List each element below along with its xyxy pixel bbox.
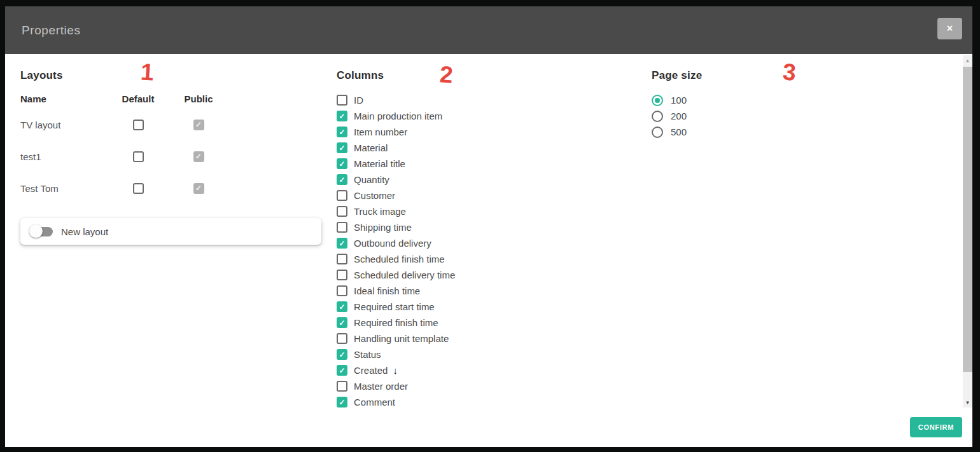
properties-dialog: Properties × 1 2 3 Layouts Name Default …	[5, 6, 972, 447]
column-checkbox-item[interactable]: Master order	[337, 378, 460, 394]
column-checkbox[interactable]	[337, 333, 347, 344]
column-checkbox[interactable]	[337, 349, 347, 360]
column-checkbox-item[interactable]: Item number	[337, 124, 460, 140]
column-checkbox-item[interactable]: Handling unit template	[337, 331, 460, 346]
column-checkbox[interactable]	[337, 285, 347, 296]
column-checkbox-label: Created	[354, 365, 388, 376]
column-checkbox-item[interactable]: Shipping time	[337, 219, 460, 235]
page-size-options: 100 200 500	[652, 92, 687, 140]
column-checkbox-label: Required finish time	[354, 317, 438, 328]
scroll-down-icon[interactable]: ▼	[963, 397, 972, 407]
page-size-label: 100	[671, 95, 687, 106]
column-checkbox-label: Ideal finish time	[354, 285, 420, 296]
column-checkbox-item[interactable]: Created ↓	[337, 362, 460, 378]
scroll-up-icon[interactable]: ▲	[963, 55, 972, 65]
page-size-option[interactable]: 500	[652, 124, 687, 140]
columns-checklist: ID Main production item Item number	[337, 92, 460, 407]
public-checkbox	[193, 120, 204, 130]
column-checkbox-label: Comment	[354, 397, 395, 407]
column-checkbox[interactable]	[337, 270, 347, 280]
column-checkbox[interactable]	[337, 190, 347, 201]
column-checkbox-label: Scheduled delivery time	[354, 270, 455, 280]
column-checkbox-item[interactable]: Outbound delivery	[337, 235, 460, 251]
dialog-body: 1 2 3 Layouts Name Default Public TV lay…	[5, 54, 972, 447]
page-size-radio[interactable]	[652, 111, 663, 122]
column-checkbox[interactable]	[337, 238, 347, 249]
column-checkbox-label: Quantity	[354, 174, 389, 185]
column-checkbox-item[interactable]: Truck image	[337, 203, 460, 219]
column-checkbox-item[interactable]: Comment	[337, 394, 460, 407]
layout-row: test1	[20, 140, 227, 172]
column-checkbox-label: Status	[354, 349, 381, 360]
column-checkbox-label: Material	[354, 142, 388, 153]
column-checkbox-label: Truck image	[354, 206, 406, 217]
layout-name: TV layout	[20, 120, 106, 130]
column-checkbox-label: Required start time	[354, 301, 435, 312]
column-checkbox-item[interactable]: Status	[337, 346, 460, 362]
column-checkbox-item[interactable]: ID	[337, 92, 460, 108]
page-size-label: 500	[671, 127, 687, 137]
page-size-option[interactable]: 100	[652, 92, 687, 108]
page-size-radio[interactable]	[652, 95, 663, 106]
column-checkbox[interactable]	[337, 127, 347, 137]
close-button[interactable]: ×	[937, 18, 962, 39]
column-checkbox[interactable]	[337, 254, 347, 264]
scrollbar-thumb[interactable]	[963, 67, 972, 372]
column-checkbox[interactable]	[337, 317, 347, 328]
confirm-button[interactable]: CONFIRM	[910, 417, 962, 437]
column-checkbox-item[interactable]: Scheduled delivery time	[337, 267, 460, 283]
default-checkbox[interactable]	[133, 151, 144, 162]
layouts-heading: Layouts	[20, 69, 63, 82]
public-checkbox	[193, 183, 204, 194]
column-checkbox[interactable]	[337, 95, 347, 106]
default-checkbox[interactable]	[133, 120, 144, 130]
layout-row: Test Tom	[20, 172, 227, 204]
vertical-scrollbar[interactable]: ▲ ▼	[963, 55, 972, 407]
new-layout-toggle[interactable]	[29, 224, 53, 238]
column-checkbox-item[interactable]: Scheduled finish time	[337, 251, 460, 267]
public-checkbox	[193, 151, 204, 162]
column-checkbox[interactable]	[337, 111, 347, 121]
column-checkbox-item[interactable]: Material	[337, 140, 460, 156]
column-header-default: Default	[106, 93, 170, 104]
page-size-radio[interactable]	[652, 127, 663, 138]
column-header-name: Name	[20, 93, 106, 104]
layout-row: TV layout	[20, 109, 227, 140]
sort-descending-icon: ↓	[393, 365, 398, 376]
dialog-footer: CONFIRM	[5, 407, 972, 447]
column-checkbox[interactable]	[337, 301, 347, 312]
column-checkbox[interactable]	[337, 365, 347, 376]
column-checkbox[interactable]	[337, 206, 347, 217]
column-checkbox-item[interactable]: Ideal finish time	[337, 283, 460, 299]
new-layout-label: New layout	[61, 226, 108, 237]
column-checkbox[interactable]	[337, 381, 347, 392]
column-checkbox-item[interactable]: Quantity	[337, 172, 460, 188]
column-checkbox-item[interactable]: Required finish time	[337, 315, 460, 331]
column-checkbox-item[interactable]: Customer	[337, 188, 460, 203]
layouts-section: Layouts Name Default Public TV layout	[20, 54, 326, 407]
column-checkbox[interactable]	[337, 222, 347, 233]
dialog-title: Properties	[22, 24, 81, 38]
column-checkbox-label: Scheduled finish time	[354, 254, 445, 264]
page-size-label: 200	[671, 111, 687, 121]
layouts-table-header: Name Default Public	[20, 93, 227, 104]
page-size-option[interactable]: 200	[652, 108, 687, 124]
default-checkbox[interactable]	[133, 183, 144, 194]
columns-section: Columns ID Main production item	[337, 54, 604, 407]
column-checkbox[interactable]	[337, 174, 347, 185]
columns-heading: Columns	[337, 69, 384, 82]
column-checkbox-label: Outbound delivery	[354, 238, 431, 249]
column-checkbox[interactable]	[337, 158, 347, 169]
column-checkbox-item[interactable]: Material title	[337, 156, 460, 172]
column-header-public: Public	[170, 93, 227, 104]
column-checkbox-label: Shipping time	[354, 222, 412, 233]
column-checkbox[interactable]	[337, 397, 347, 407]
column-checkbox[interactable]	[337, 142, 347, 153]
column-checkbox-label: Customer	[354, 190, 395, 201]
column-checkbox-item[interactable]: Required start time	[337, 299, 460, 315]
toggle-knob-icon	[29, 224, 43, 238]
column-checkbox-label: Main production item	[354, 111, 442, 121]
layout-name: test1	[20, 151, 106, 162]
column-checkbox-label: ID	[354, 95, 363, 106]
column-checkbox-item[interactable]: Main production item	[337, 108, 460, 124]
